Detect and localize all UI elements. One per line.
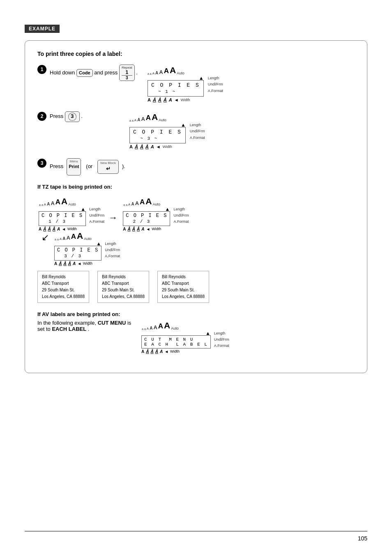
step-2-number: 2 [37, 112, 46, 121]
step-2-left: 2 Press 3 . [37, 111, 120, 126]
lcd1-side-labels: Length Undl/Frm A.Format [208, 75, 223, 94]
width-label-1: Width [181, 98, 190, 102]
page-number: 105 [358, 535, 367, 542]
lcd-display-2: a a A A A A A Auto ▲ [128, 111, 205, 150]
av-desc-bold2: EACH LABEL [52, 326, 86, 332]
step-2-content: Press 3 . [50, 111, 120, 122]
tz-arrow-right-1: → [108, 212, 118, 223]
page-container: EXAMPLE To print three copies of a label… [0, 0, 392, 554]
av-lcd-line2: E A C H L A B E L [144, 342, 208, 347]
key-3: 3 [65, 111, 80, 122]
label-2-line3: 29 South Main St. [102, 287, 145, 293]
step-3: 3 Press Menu Print (or New Block ↵ ). [37, 158, 355, 175]
av-desc: In the following example, CUT MENU is se… [37, 320, 355, 355]
lcd1-line1: C O P I E S [151, 82, 200, 88]
label-3-line4: Los Angeles, CA 88888 [162, 293, 205, 300]
step-1-display: a a A A A A A Auto [146, 65, 355, 103]
code-key: Code [76, 69, 93, 77]
step-2: 2 Press 3 . [37, 111, 120, 122]
step-2-prefix: Press [50, 113, 65, 119]
av-desc-normal: In the following example, [37, 320, 98, 326]
label-card-2: Bill Reynolds ABC Transport 29 South Mai… [97, 271, 149, 303]
step-1-content: Hold down Code and press Repeat 13 . [50, 65, 138, 81]
label-1-line4: Los Angeles, CA 88888 [42, 293, 85, 300]
av-desc-bold1: CUT MENU [98, 320, 126, 326]
lcd1-line2: ~ 1 ~ [151, 89, 176, 94]
av-lcd-line1: C U T M E N U [144, 337, 194, 342]
step-1-middle: and press [94, 69, 119, 76]
step-1-prefix: Hold down [50, 69, 76, 76]
step-3-prefix: Press [50, 162, 63, 171]
label-1-line1: Bill Reynolds [42, 274, 85, 280]
tz-arrow-down: ↙ [42, 232, 49, 243]
step-3-number: 3 [37, 159, 46, 168]
lcd2-line1: C O P I E S [133, 129, 182, 135]
step-3-inline: Press Menu Print (or New Block ↵ ). [50, 158, 355, 175]
tz-display-1: a a A A A A A Auto ▲ C O P I E S [37, 196, 104, 232]
step-2-suffix: . [81, 113, 83, 119]
tz-display-2: a a A A A A A Auto ▲ C O P I E S [122, 196, 189, 232]
tz-section-title: If TZ tape is being printed on: [37, 184, 355, 190]
tz-section: If TZ tape is being printed on: a a A A … [37, 184, 355, 303]
label-2-line1: Bill Reynolds [102, 274, 145, 280]
example-badge: EXAMPLE [25, 25, 60, 33]
print-key: Menu Print [67, 158, 81, 175]
step-1-number: 1 [37, 65, 46, 74]
label-1-line2: ABC Transport [42, 280, 85, 287]
repeat-1-key: Repeat 13 [119, 65, 135, 81]
step-1: 1 Hold down Code and press Repeat 13 . [37, 65, 138, 81]
lcd2-line2: ~ 3 ~ [133, 136, 158, 141]
step-2-row: 2 Press 3 . a [37, 111, 355, 150]
av-section-title: If AV labels are being printed on: [37, 311, 355, 317]
enter-key: New Block ↵ [97, 160, 119, 173]
step-1-left: 1 Hold down Code and press Repeat 13 . [37, 65, 138, 85]
page-line [25, 531, 367, 531]
label-3-line2: ABC Transport [162, 280, 205, 287]
av-lcd-display: a a A A A A A Auto ▲ C U T M E N U [140, 320, 229, 355]
label-printouts: Bill Reynolds ABC Transport 29 South Mai… [37, 271, 355, 303]
label-2-line4: Los Angeles, CA 88888 [102, 293, 145, 300]
tz-display-3: a a A A A A A Auto ▲ C O P I E S [53, 230, 120, 267]
tz-down-arrow-area: ↙ [42, 232, 49, 245]
step-1-row: 1 Hold down Code and press Repeat 13 . [37, 65, 355, 103]
section-title: To print three copies of a label: [37, 51, 355, 57]
step-3-suffix: ). [122, 162, 125, 171]
content-box: To print three copies of a label: 1 Hold… [25, 40, 367, 373]
av-desc-end: . [88, 326, 90, 332]
lcd-display-1: a a A A A A A Auto [146, 65, 223, 103]
width-label-2: Width [163, 145, 172, 149]
label-1-line3: 29 South Main St. [42, 287, 85, 293]
step-1-suffix: . [136, 69, 138, 76]
step-2-display: a a A A A A A Auto ▲ [128, 111, 355, 150]
label-2-line2: ABC Transport [102, 280, 145, 287]
step-3-content: Press Menu Print (or New Block ↵ ). [50, 158, 355, 175]
label-3-line3: 29 South Main St. [162, 287, 205, 293]
label-3-line1: Bill Reynolds [162, 274, 205, 280]
label-card-3: Bill Reynolds ABC Transport 29 South Mai… [157, 271, 209, 303]
av-section: If AV labels are being printed on: In th… [37, 311, 355, 355]
step-3-or: (or [86, 162, 92, 171]
label-card-1: Bill Reynolds ABC Transport 29 South Mai… [37, 271, 89, 303]
